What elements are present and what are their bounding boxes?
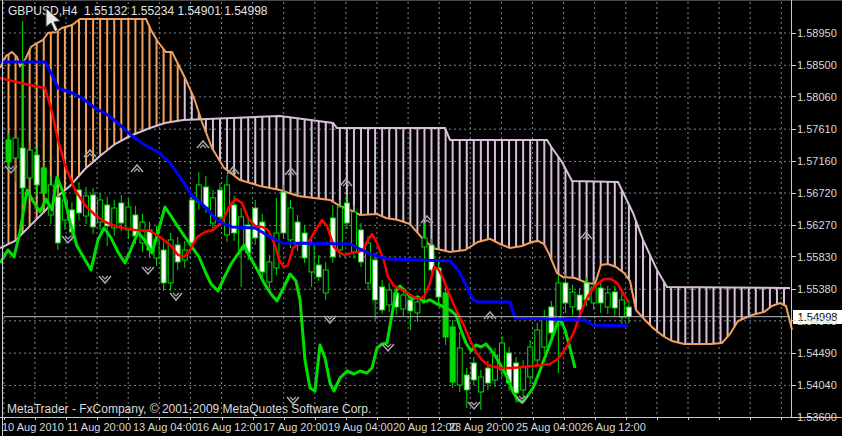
time-axis-label: 23 Aug 20:00 <box>449 421 514 433</box>
candle-body <box>288 208 293 240</box>
price-axis-tick <box>791 256 796 257</box>
price-axis-tick <box>791 385 796 386</box>
candle-body <box>464 375 469 390</box>
senkou-span-b-line <box>0 116 790 288</box>
chart-plot-area[interactable]: GBPUSD,H4 1.55132 1.55234 1.54901 1.5499… <box>0 0 842 436</box>
candle-body <box>471 363 476 380</box>
time-axis-tick <box>315 417 316 420</box>
chart-canvas[interactable] <box>0 0 842 436</box>
candle-body <box>457 348 462 385</box>
candle-body <box>267 262 272 282</box>
candle-body <box>535 330 540 360</box>
candle-body <box>521 367 526 390</box>
candle-body <box>27 150 32 178</box>
fractal-down-arrow-icon <box>385 344 391 347</box>
fractal-down-arrow-icon <box>145 267 151 270</box>
kijun-sen-line <box>0 62 628 326</box>
candle-body <box>387 290 392 305</box>
time-axis-label: 25 Aug 04:00 <box>516 421 581 433</box>
time-axis-tick <box>533 417 534 420</box>
candle-body <box>295 222 300 245</box>
candle-body <box>450 327 455 382</box>
price-axis-tick <box>791 417 796 418</box>
time-axis-tick <box>719 417 720 420</box>
time-axis-tick <box>35 417 36 420</box>
time-axis-tick <box>750 417 751 420</box>
time-axis-label: 10 Aug 2010 <box>2 421 64 433</box>
fractal-down-arrow-icon <box>290 397 296 400</box>
candle-body <box>373 260 378 300</box>
price-axis-label: 1.56720 <box>797 187 837 199</box>
price-axis-tick <box>791 320 796 321</box>
time-axis-tick <box>688 417 689 420</box>
price-axis-label: 1.53600 <box>797 411 837 423</box>
price-axis-tick <box>791 65 796 66</box>
price-axis-tick <box>791 161 796 162</box>
candle-body <box>380 287 385 310</box>
fractal-down-arrow-icon <box>471 402 477 405</box>
window-left-border <box>2 0 3 436</box>
time-axis-tick <box>377 417 378 420</box>
price-axis-label: 1.54940 <box>797 315 837 327</box>
price-axis-label: 1.57160 <box>797 155 837 167</box>
time-axis-tick <box>595 417 596 420</box>
candle-body <box>316 265 321 277</box>
window-top-border <box>0 0 842 1</box>
price-axis-tick <box>791 129 796 130</box>
candle-body <box>161 250 166 283</box>
candle-body <box>126 207 131 230</box>
candle-body <box>422 238 427 247</box>
candle-body <box>344 203 349 223</box>
fractal-down-arrow-icon <box>102 276 108 279</box>
fractal-up-arrow-icon <box>200 145 206 148</box>
time-axis-label: 13 Aug 04:00 <box>133 421 198 433</box>
time-axis-tick <box>190 417 191 420</box>
time-axis-tick <box>159 417 160 420</box>
price-axis-label: 1.54040 <box>797 379 837 391</box>
time-axis-tick <box>253 417 254 420</box>
time-axis-tick <box>501 417 502 420</box>
price-axis-label: 1.58950 <box>797 27 837 39</box>
candle-body <box>619 300 624 317</box>
price-axis-tick <box>791 33 796 34</box>
candle-body <box>359 230 364 262</box>
candle-body <box>20 148 25 188</box>
candle-body <box>443 293 448 337</box>
fractal-down-arrow-icon <box>173 293 179 296</box>
time-axis-tick <box>66 417 67 420</box>
time-axis-separator <box>0 417 842 418</box>
candle-body <box>605 293 610 307</box>
price-axis-tick <box>791 96 796 97</box>
time-axis-tick <box>128 417 129 420</box>
metatrader-chart-window: GBPUSD,H4 1.55132 1.55234 1.54901 1.5499… <box>0 0 842 436</box>
candle-body <box>218 190 223 217</box>
time-axis-label: 11 Aug 20:00 <box>67 421 131 433</box>
candle-body <box>119 203 124 223</box>
price-axis-tick <box>791 193 796 194</box>
price-axis-label: 1.54490 <box>797 347 837 359</box>
candle-body <box>598 288 603 303</box>
time-axis-tick <box>284 417 285 420</box>
price-axis-tick <box>791 289 796 290</box>
mouse-cursor <box>44 8 64 34</box>
candle-body <box>542 317 547 347</box>
time-axis-tick <box>4 417 5 420</box>
candle-body <box>34 155 39 185</box>
candle-body <box>232 205 237 233</box>
candle-body <box>13 138 18 158</box>
price-axis-tick <box>791 353 796 354</box>
candle-body <box>189 200 194 243</box>
time-axis-label: 19 Aug 04:00 <box>328 421 393 433</box>
price-axis-label: 1.58500 <box>797 59 837 71</box>
candle-body <box>528 347 533 377</box>
time-axis-tick <box>222 417 223 420</box>
candle-body <box>302 233 307 258</box>
price-axis-tick <box>791 225 796 226</box>
time-axis-tick <box>470 417 471 420</box>
price-axis-separator <box>791 0 792 417</box>
time-axis-tick <box>657 417 658 420</box>
candle-body <box>563 283 568 303</box>
candle-body <box>570 292 575 307</box>
price-axis-label: 1.58060 <box>797 91 837 103</box>
time-axis-tick <box>564 417 565 420</box>
